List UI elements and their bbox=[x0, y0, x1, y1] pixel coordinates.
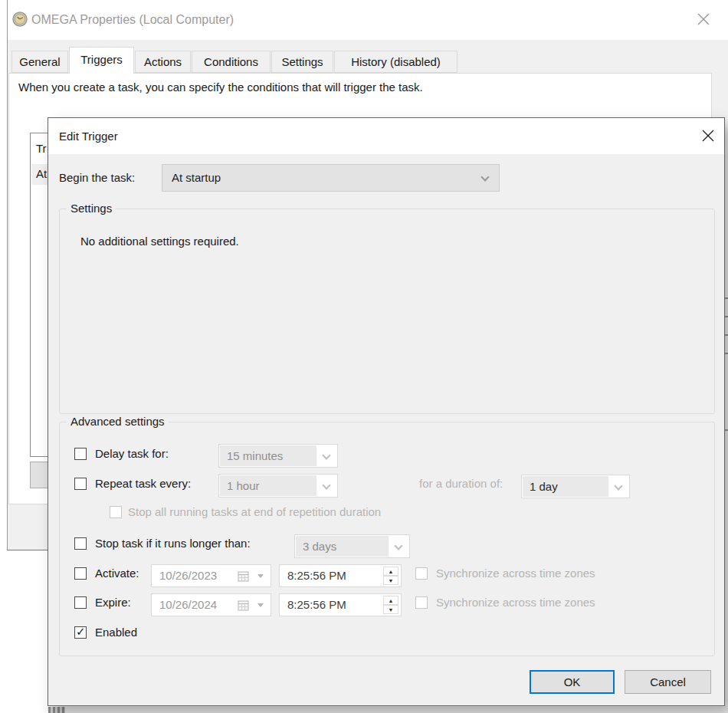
chevron-down-icon bbox=[322, 451, 330, 459]
dialog-close-icon[interactable] bbox=[700, 128, 716, 143]
screen-edge-fragment bbox=[725, 334, 728, 336]
ok-button[interactable]: OK bbox=[530, 670, 615, 694]
tab-settings[interactable]: Settings bbox=[271, 51, 333, 73]
screen-edge-fragment bbox=[725, 117, 728, 713]
screen-edge-fragment bbox=[725, 316, 728, 317]
spinner-up-icon[interactable]: ▲ bbox=[383, 596, 398, 605]
expire-label: Expire: bbox=[95, 596, 131, 609]
expire-time-value: 8:25:56 PM bbox=[287, 594, 346, 616]
duration-combobox[interactable]: 1 day bbox=[521, 475, 630, 498]
screen-edge-fragment bbox=[65, 707, 728, 713]
calendar-icon bbox=[238, 571, 249, 582]
stop-all-label: Stop all running tasks at end of repetit… bbox=[128, 505, 381, 518]
calendar-dropdown-icon bbox=[257, 603, 264, 607]
edit-trigger-dialog: Edit Trigger Begin the task: At startup … bbox=[48, 117, 725, 706]
stop-task-label: Stop task if it runs longer than: bbox=[95, 537, 251, 550]
chevron-down-icon bbox=[480, 172, 489, 181]
begin-task-label: Begin the task: bbox=[59, 171, 135, 184]
expire-time-spinner: ▲ ▼ bbox=[383, 596, 398, 614]
triggers-description: When you create a task, you can specify … bbox=[18, 80, 423, 94]
window-title: OMEGA Properties (Local Computer) bbox=[31, 0, 234, 40]
calendar-dropdown-icon bbox=[257, 574, 264, 578]
repeat-interval-value: 1 hour bbox=[220, 475, 316, 496]
spinner-up-icon[interactable]: ▲ bbox=[383, 567, 398, 576]
delay-checkbox[interactable] bbox=[74, 448, 87, 460]
duration-label: for a duration of: bbox=[419, 477, 503, 490]
stop-task-checkbox[interactable] bbox=[74, 537, 87, 550]
activate-label: Activate: bbox=[95, 567, 139, 580]
chevron-down-icon bbox=[614, 481, 622, 490]
calendar-icon bbox=[238, 600, 249, 611]
no-settings-message: No additional settings required. bbox=[80, 235, 239, 248]
cancel-button[interactable]: Cancel bbox=[625, 670, 711, 694]
delay-label: Delay task for: bbox=[95, 447, 169, 460]
chevron-down-icon bbox=[322, 481, 330, 489]
activate-sync-label: Synchronize across time zones bbox=[436, 567, 595, 580]
dialog-titlebar: Edit Trigger bbox=[48, 118, 724, 154]
trigger-column-header: Tr bbox=[36, 142, 47, 155]
resize-grip-fragment bbox=[48, 707, 65, 713]
tab-history[interactable]: History (disabled) bbox=[334, 51, 457, 73]
enabled-label: Enabled bbox=[95, 626, 137, 639]
expire-sync-checkbox[interactable] bbox=[415, 596, 428, 609]
spinner-down-icon[interactable]: ▼ bbox=[383, 576, 398, 585]
screen-edge-fragment bbox=[725, 353, 728, 354]
activate-date-picker[interactable]: 10/26/2023 bbox=[151, 564, 271, 587]
begin-task-value: At startup bbox=[172, 165, 221, 191]
tab-actions[interactable]: Actions bbox=[135, 51, 191, 73]
settings-group-legend: Settings bbox=[67, 202, 116, 215]
expire-checkbox[interactable] bbox=[74, 596, 87, 609]
activate-checkbox[interactable] bbox=[74, 567, 87, 580]
spinner-down-icon[interactable]: ▼ bbox=[383, 605, 398, 614]
duration-value: 1 day bbox=[523, 476, 608, 497]
task-scheduler-clock-icon bbox=[12, 12, 28, 27]
stop-all-checkbox[interactable] bbox=[110, 506, 122, 518]
advanced-group-legend: Advanced settings bbox=[67, 415, 169, 428]
expire-sync-label: Synchronize across time zones bbox=[436, 596, 595, 609]
expire-date-picker[interactable]: 10/26/2024 bbox=[151, 593, 271, 616]
advanced-settings-groupbox: Advanced settings Delay task for: 15 min… bbox=[59, 422, 715, 656]
screen-edge-fragment bbox=[725, 297, 728, 299]
delay-duration-combobox[interactable]: 15 minutes bbox=[218, 444, 338, 468]
enabled-checkbox[interactable]: ✓ bbox=[74, 626, 87, 639]
chevron-down-icon bbox=[394, 541, 402, 550]
properties-titlebar: OMEGA Properties (Local Computer) bbox=[8, 0, 728, 40]
repeat-interval-combobox[interactable]: 1 hour bbox=[218, 474, 338, 498]
activate-sync-checkbox[interactable] bbox=[415, 567, 428, 580]
begin-task-combobox[interactable]: At startup bbox=[162, 164, 500, 192]
expire-date-value: 10/26/2024 bbox=[159, 594, 217, 616]
trigger-row-label: At bbox=[36, 167, 47, 180]
delay-duration-value: 15 minutes bbox=[220, 445, 316, 466]
repeat-label: Repeat task every: bbox=[95, 477, 191, 490]
stop-task-duration-combobox[interactable]: 3 days bbox=[294, 534, 410, 558]
dialog-title: Edit Trigger bbox=[59, 118, 118, 154]
repeat-checkbox[interactable] bbox=[74, 478, 87, 490]
tab-triggers[interactable]: Triggers bbox=[69, 47, 134, 74]
screen: OMEGA Properties (Local Computer) Genera… bbox=[0, 0, 728, 713]
screen-edge-fragment bbox=[725, 429, 728, 431]
window-close-icon[interactable] bbox=[697, 12, 710, 26]
activate-date-value: 10/26/2023 bbox=[159, 565, 217, 586]
expire-time-field[interactable]: 8:25:56 PM ▲ ▼ bbox=[279, 593, 402, 616]
activate-time-spinner: ▲ ▼ bbox=[383, 567, 398, 585]
stop-task-duration-value: 3 days bbox=[296, 536, 389, 557]
settings-groupbox: Settings No additional settings required… bbox=[59, 209, 715, 414]
check-icon: ✓ bbox=[76, 625, 86, 639]
tab-conditions[interactable]: Conditions bbox=[192, 51, 271, 73]
tab-general[interactable]: General bbox=[11, 51, 68, 73]
activate-time-value: 8:25:56 PM bbox=[287, 565, 346, 586]
activate-time-field[interactable]: 8:25:56 PM ▲ ▼ bbox=[279, 564, 402, 587]
